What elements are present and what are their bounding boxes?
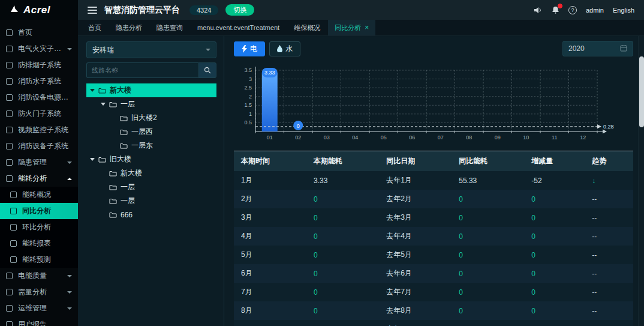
year-select[interactable]: 2020 [562, 41, 633, 56]
col-header-本期能耗: 本期能耗 [306, 151, 379, 172]
table-cell: 0 [524, 301, 585, 320]
switch-button[interactable]: 切换 [225, 4, 254, 16]
volume-icon[interactable] [534, 7, 543, 14]
sidebar-item-电气火灾子系统[interactable]: 电气火灾子系统 [0, 41, 78, 57]
sidebar-item-能耗预测[interactable]: 能耗预测 [0, 252, 78, 268]
page-title: 智慧消防管理云平台 [104, 5, 180, 16]
user-menu[interactable]: admin [586, 7, 604, 14]
folder-icon [98, 87, 106, 94]
table-cell: 0 [306, 320, 379, 326]
sidebar-item-label: 消防水子系统 [18, 76, 72, 86]
folder-icon [109, 211, 117, 218]
electric-fire-icon [6, 46, 13, 52]
tree-node-新大楼[interactable]: 新大楼 [86, 83, 216, 97]
sidebar-item-能耗报表[interactable]: 能耗报表 [0, 235, 78, 252]
sidebar-item-同比分析[interactable]: 同比分析 [0, 203, 78, 219]
water-toggle-button[interactable]: 水 [269, 41, 300, 56]
hazard-manage-icon [6, 159, 13, 166]
table-cell: -- [585, 246, 633, 264]
app-window: Acrel 智慧消防管理云平台 4324 切换 ? admin English … [0, 0, 644, 326]
sidebar-item-隐患管理[interactable]: 隐患管理 [0, 154, 78, 171]
table-cell: 3.33 [306, 171, 379, 190]
bar-chart-svg[interactable]: 0.511.522.533.50.28010203040506070809101… [234, 61, 625, 146]
sidebar-item-运维管理[interactable]: 运维管理 [0, 300, 78, 316]
tree-node-一层西[interactable]: 一层西 [86, 125, 216, 139]
language-switch[interactable]: English [613, 7, 634, 14]
sidebar-item-label: 运维管理 [18, 303, 62, 313]
scrollbar-thumb[interactable] [639, 56, 644, 127]
table-cell: -- [585, 320, 633, 326]
sidebar-item-电能质量[interactable]: 电能质量 [0, 268, 78, 284]
table-cell: 0 [524, 246, 585, 264]
tab-label: 首页 [88, 23, 101, 32]
tree-node-label: 666 [121, 211, 133, 219]
tree-node-一层[interactable]: 一层 [86, 194, 216, 208]
tree-node-一层东[interactable]: 一层东 [86, 139, 216, 152]
tree-node-一层[interactable]: 一层 [86, 97, 216, 111]
chevron-down-icon [206, 49, 210, 51]
yoy-analysis-icon [10, 208, 17, 214]
sidebar-item-用户报告[interactable]: 用户报告 [0, 316, 78, 326]
sidebar-item-需量分析[interactable]: 需量分析 [0, 284, 78, 300]
sidebar-item-视频监控子系统[interactable]: 视频监控子系统 [0, 122, 78, 138]
tree-node-旧大楼[interactable]: 旧大楼 [86, 152, 216, 166]
main-column: 首页隐患分析隐患查询menu.event.eventTreatment维保概况同… [78, 20, 644, 326]
table-cell: 去年4月 [379, 227, 452, 246]
tab-同比分析[interactable]: 同比分析× [328, 20, 375, 35]
top-header: 智慧消防管理云平台 4324 切换 ? admin English [78, 0, 644, 20]
folder-icon [120, 115, 128, 121]
org-select[interactable]: 安科瑞 [86, 41, 216, 58]
tab-首页[interactable]: 首页 [82, 20, 108, 35]
electric-toggle-button[interactable]: 电 [234, 41, 265, 56]
table-header-row: 本期时间本期能耗同比日期同比能耗增减量趋势 [234, 151, 633, 172]
sidebar-item-首页[interactable]: 首页 [0, 25, 78, 41]
tree-node-label: 新大楼 [110, 85, 131, 95]
sidebar-item-label: 能耗分析 [18, 174, 62, 184]
sidebar-item-能耗概况[interactable]: 能耗概况 [0, 187, 78, 203]
tree-node-label: 一层 [121, 196, 135, 206]
help-icon[interactable]: ? [568, 6, 577, 14]
tab-隐患分析[interactable]: 隐患分析 [109, 20, 149, 35]
folder-icon [98, 156, 106, 163]
sidebar-item-防排烟子系统[interactable]: 防排烟子系统 [0, 57, 78, 73]
sidebar-item-消防设备子系统[interactable]: 消防设备子系统 [0, 138, 78, 154]
tree-node-旧大楼2[interactable]: 旧大楼2 [86, 111, 216, 125]
tab-menu.event.eventTreatment[interactable]: menu.event.eventTreatment [191, 20, 286, 35]
notification-bell-icon[interactable] [552, 6, 559, 14]
sidebar-item-防火门子系统[interactable]: 防火门子系统 [0, 106, 78, 122]
yoy-bar-chart[interactable]: 0.511.522.533.50.28010203040506070809101… [234, 61, 633, 146]
sidebar-collapse-icon[interactable] [88, 7, 97, 14]
table-cell: 0 [452, 301, 524, 320]
svg-text:01: 01 [267, 134, 273, 140]
brand-logo-icon [10, 5, 19, 15]
vertical-scrollbar[interactable] [638, 36, 644, 326]
table-cell: -- [585, 301, 633, 320]
tree-node-666[interactable]: 666 [86, 208, 216, 222]
tab-维保概况[interactable]: 维保概况 [287, 20, 327, 35]
year-select-value: 2020 [568, 44, 585, 53]
col-header-本期时间: 本期时间 [234, 151, 306, 172]
search-icon[interactable] [198, 62, 216, 78]
svg-text:08: 08 [466, 134, 472, 140]
table-cell: 去年2月 [379, 190, 452, 208]
tab-隐患查询[interactable]: 隐患查询 [150, 20, 189, 35]
submenu-energy-analysis: 能耗概况同比分析环比分析能耗报表能耗预测 [0, 187, 78, 268]
tree-node-label: 一层 [121, 182, 135, 192]
table-cell: 0 [524, 283, 585, 301]
tree-node-新大楼[interactable]: 新大楼 [86, 166, 216, 180]
col-header-趋势: 趋势 [585, 151, 633, 172]
analysis-panel: 电 水 2020 0.511.52 [224, 36, 644, 326]
sidebar-item-消防水子系统[interactable]: 消防水子系统 [0, 73, 78, 89]
svg-text:3.5: 3.5 [244, 67, 252, 73]
ops-manage-icon [6, 305, 13, 312]
table-cell: 0 [452, 208, 524, 227]
table-cell: 去年1月 [379, 171, 452, 190]
tree-node-一层[interactable]: 一层 [86, 180, 216, 194]
line-tree: 新大楼一层旧大楼2一层西一层东旧大楼新大楼一层一层666 [86, 83, 216, 222]
sidebar-item-能耗分析[interactable]: 能耗分析 [0, 171, 78, 187]
sidebar-item-环比分析[interactable]: 环比分析 [0, 219, 78, 235]
calendar-icon [620, 44, 627, 53]
sidebar-item-消防设备电源子系统[interactable]: 消防设备电源子系统 [0, 89, 78, 106]
line-search-input[interactable] [86, 62, 198, 78]
tab-close-icon[interactable]: × [365, 23, 369, 32]
